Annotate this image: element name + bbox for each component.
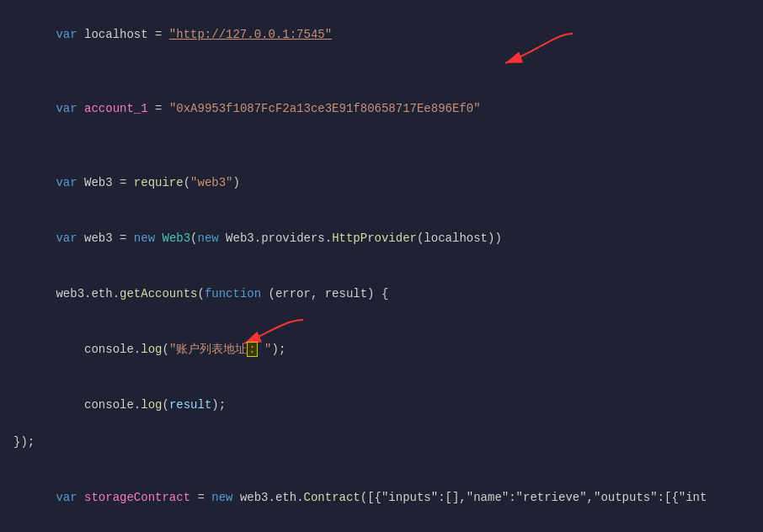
line-storage: var storage = storageContract.deploy({ bbox=[0, 525, 763, 532]
line-storagecontract: var storageContract = new web3.eth.Contr… bbox=[0, 470, 763, 525]
line-consolelog1: console.log("账户列表地址: "); bbox=[0, 322, 763, 377]
line-account1: var account_1 = "0xA9953f1087FcF2a13ce3E… bbox=[0, 81, 763, 136]
line-web3-require: var Web3 = require("web3") bbox=[0, 155, 763, 210]
line-empty2 bbox=[0, 136, 763, 155]
line-empty1 bbox=[0, 62, 763, 81]
line-localhost: var localhost = "http://127.0.0.1:7545" bbox=[0, 7, 763, 62]
line-getaccounts: web3.eth.getAccounts(function (error, re… bbox=[0, 266, 763, 322]
code-editor: var localhost = "http://127.0.0.1:7545" … bbox=[0, 0, 763, 532]
line-empty3 bbox=[0, 451, 763, 470]
line-closebrace1: }); bbox=[0, 433, 763, 451]
line-consolelog2: console.log(result); bbox=[0, 377, 763, 433]
line-web3-new: var web3 = new Web3(new Web3.providers.H… bbox=[0, 210, 763, 266]
